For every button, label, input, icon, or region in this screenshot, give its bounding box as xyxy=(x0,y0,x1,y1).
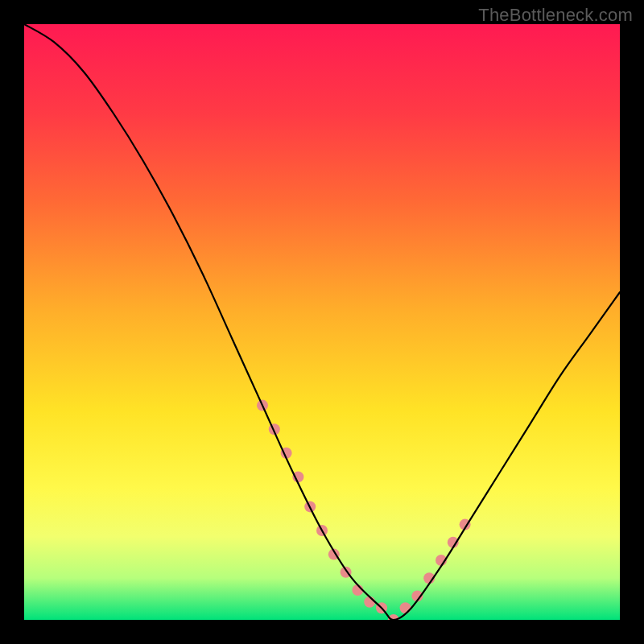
chart-svg xyxy=(24,24,620,620)
plot-area xyxy=(24,24,620,620)
bottleneck-curve xyxy=(24,24,620,620)
highlight-point xyxy=(400,602,411,613)
chart-frame: TheBottleneck.com xyxy=(0,0,644,644)
highlight-points xyxy=(257,400,471,620)
watermark-text: TheBottleneck.com xyxy=(478,5,633,26)
